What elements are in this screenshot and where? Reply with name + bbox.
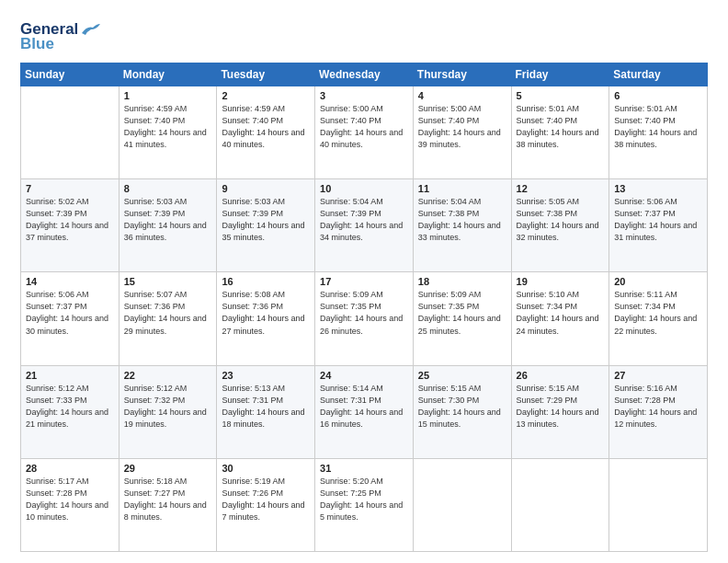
day-number: 28 (26, 463, 114, 474)
cell-info: Sunrise: 5:09 AMSunset: 7:35 PMDaylight:… (320, 289, 408, 337)
cell-info: Sunrise: 5:13 AMSunset: 7:31 PMDaylight:… (222, 383, 310, 431)
calendar-cell: 12Sunrise: 5:05 AMSunset: 7:38 PMDayligh… (511, 179, 609, 272)
calendar-cell (413, 458, 511, 551)
cell-info: Sunrise: 5:04 AMSunset: 7:38 PMDaylight:… (418, 196, 506, 244)
day-number: 11 (418, 183, 506, 194)
calendar-cell: 19Sunrise: 5:10 AMSunset: 7:34 PMDayligh… (511, 272, 609, 365)
day-number: 18 (418, 276, 506, 287)
calendar-cell: 28Sunrise: 5:17 AMSunset: 7:28 PMDayligh… (21, 458, 119, 551)
calendar-cell: 26Sunrise: 5:15 AMSunset: 7:29 PMDayligh… (511, 365, 609, 458)
cell-info: Sunrise: 4:59 AMSunset: 7:40 PMDaylight:… (222, 103, 310, 151)
cell-info: Sunrise: 5:00 AMSunset: 7:40 PMDaylight:… (418, 103, 506, 151)
cell-info: Sunrise: 5:15 AMSunset: 7:29 PMDaylight:… (517, 383, 605, 431)
cell-info: Sunrise: 5:06 AMSunset: 7:37 PMDaylight:… (26, 289, 114, 337)
cell-info: Sunrise: 5:01 AMSunset: 7:40 PMDaylight:… (517, 103, 605, 151)
day-number: 2 (222, 90, 310, 101)
day-number: 20 (614, 276, 702, 287)
calendar-cell: 4Sunrise: 5:00 AMSunset: 7:40 PMDaylight… (413, 86, 511, 179)
calendar-week-1: 1Sunrise: 4:59 AMSunset: 7:40 PMDaylight… (21, 86, 708, 179)
day-number: 12 (517, 183, 605, 194)
calendar-cell: 14Sunrise: 5:06 AMSunset: 7:37 PMDayligh… (21, 272, 119, 365)
calendar-week-2: 7Sunrise: 5:02 AMSunset: 7:39 PMDaylight… (21, 179, 708, 272)
day-number: 23 (222, 370, 310, 381)
calendar-week-3: 14Sunrise: 5:06 AMSunset: 7:37 PMDayligh… (21, 272, 708, 365)
cell-info: Sunrise: 5:08 AMSunset: 7:36 PMDaylight:… (222, 289, 310, 337)
cell-info: Sunrise: 5:04 AMSunset: 7:39 PMDaylight:… (320, 196, 408, 244)
cell-info: Sunrise: 5:20 AMSunset: 7:25 PMDaylight:… (320, 476, 408, 523)
calendar-cell: 5Sunrise: 5:01 AMSunset: 7:40 PMDaylight… (511, 86, 609, 179)
calendar-body: 1Sunrise: 4:59 AMSunset: 7:40 PMDaylight… (21, 86, 708, 552)
day-number: 13 (614, 183, 702, 194)
calendar-week-4: 21Sunrise: 5:12 AMSunset: 7:33 PMDayligh… (21, 365, 708, 458)
calendar-cell (609, 458, 708, 551)
calendar-cell (511, 458, 609, 551)
cell-info: Sunrise: 5:10 AMSunset: 7:34 PMDaylight:… (517, 289, 605, 337)
calendar-cell: 3Sunrise: 5:00 AMSunset: 7:40 PMDaylight… (315, 86, 414, 179)
calendar-cell: 29Sunrise: 5:18 AMSunset: 7:27 PMDayligh… (119, 458, 217, 551)
cell-info: Sunrise: 5:12 AMSunset: 7:33 PMDaylight:… (26, 383, 114, 431)
calendar-cell (21, 86, 119, 179)
day-number: 31 (320, 463, 408, 474)
calendar-cell: 18Sunrise: 5:09 AMSunset: 7:35 PMDayligh… (413, 272, 511, 365)
calendar-header-row: SundayMondayTuesdayWednesdayThursdayFrid… (21, 63, 708, 86)
calendar-cell: 6Sunrise: 5:01 AMSunset: 7:40 PMDaylight… (609, 86, 708, 179)
cell-info: Sunrise: 5:17 AMSunset: 7:28 PMDaylight:… (26, 476, 114, 523)
cell-info: Sunrise: 5:03 AMSunset: 7:39 PMDaylight:… (222, 196, 310, 244)
calendar-cell: 27Sunrise: 5:16 AMSunset: 7:28 PMDayligh… (609, 365, 708, 458)
calendar-cell: 23Sunrise: 5:13 AMSunset: 7:31 PMDayligh… (217, 365, 315, 458)
calendar-cell: 13Sunrise: 5:06 AMSunset: 7:37 PMDayligh… (609, 179, 708, 272)
day-number: 10 (320, 183, 408, 194)
cell-info: Sunrise: 5:01 AMSunset: 7:40 PMDaylight:… (614, 103, 702, 151)
calendar-cell: 25Sunrise: 5:15 AMSunset: 7:30 PMDayligh… (413, 365, 511, 458)
calendar-cell: 11Sunrise: 5:04 AMSunset: 7:38 PMDayligh… (413, 179, 511, 272)
cell-info: Sunrise: 5:15 AMSunset: 7:30 PMDaylight:… (418, 383, 506, 431)
weekday-header-monday: Monday (119, 63, 217, 86)
calendar-cell: 15Sunrise: 5:07 AMSunset: 7:36 PMDayligh… (119, 272, 217, 365)
day-number: 27 (614, 370, 702, 381)
calendar-page: General Blue SundayMondayTuesdayWednesda… (0, 0, 728, 563)
weekday-header-thursday: Thursday (413, 63, 511, 86)
day-number: 30 (222, 463, 310, 474)
day-number: 16 (222, 276, 310, 287)
day-number: 3 (320, 90, 408, 101)
day-number: 14 (26, 276, 114, 287)
weekday-header-saturday: Saturday (609, 63, 708, 86)
cell-info: Sunrise: 5:18 AMSunset: 7:27 PMDaylight:… (124, 476, 212, 523)
day-number: 22 (124, 370, 212, 381)
cell-info: Sunrise: 5:02 AMSunset: 7:39 PMDaylight:… (26, 196, 114, 244)
calendar-cell: 10Sunrise: 5:04 AMSunset: 7:39 PMDayligh… (315, 179, 414, 272)
logo-blue: Blue (20, 35, 54, 53)
day-number: 24 (320, 370, 408, 381)
calendar-cell: 30Sunrise: 5:19 AMSunset: 7:26 PMDayligh… (217, 458, 315, 551)
logo: General Blue (20, 20, 100, 53)
day-number: 9 (222, 183, 310, 194)
cell-info: Sunrise: 5:07 AMSunset: 7:36 PMDaylight:… (124, 289, 212, 337)
calendar-cell: 7Sunrise: 5:02 AMSunset: 7:39 PMDaylight… (21, 179, 119, 272)
calendar-cell: 16Sunrise: 5:08 AMSunset: 7:36 PMDayligh… (217, 272, 315, 365)
day-number: 4 (418, 90, 506, 101)
day-number: 6 (614, 90, 702, 101)
cell-info: Sunrise: 5:12 AMSunset: 7:32 PMDaylight:… (124, 383, 212, 431)
calendar-cell: 17Sunrise: 5:09 AMSunset: 7:35 PMDayligh… (315, 272, 414, 365)
cell-info: Sunrise: 5:00 AMSunset: 7:40 PMDaylight:… (320, 103, 408, 151)
calendar-cell: 9Sunrise: 5:03 AMSunset: 7:39 PMDaylight… (217, 179, 315, 272)
day-number: 1 (124, 90, 212, 101)
cell-info: Sunrise: 5:16 AMSunset: 7:28 PMDaylight:… (614, 383, 702, 431)
day-number: 21 (26, 370, 114, 381)
weekday-header-sunday: Sunday (21, 63, 119, 86)
weekday-header-tuesday: Tuesday (217, 63, 315, 86)
logo-bird-icon (80, 22, 100, 37)
day-number: 17 (320, 276, 408, 287)
cell-info: Sunrise: 5:06 AMSunset: 7:37 PMDaylight:… (614, 196, 702, 244)
calendar-cell: 22Sunrise: 5:12 AMSunset: 7:32 PMDayligh… (119, 365, 217, 458)
day-number: 7 (26, 183, 114, 194)
cell-info: Sunrise: 5:09 AMSunset: 7:35 PMDaylight:… (418, 289, 506, 337)
day-number: 15 (124, 276, 212, 287)
calendar-week-5: 28Sunrise: 5:17 AMSunset: 7:28 PMDayligh… (21, 458, 708, 551)
day-number: 25 (418, 370, 506, 381)
calendar-cell: 31Sunrise: 5:20 AMSunset: 7:25 PMDayligh… (315, 458, 414, 551)
day-number: 5 (517, 90, 605, 101)
cell-info: Sunrise: 5:05 AMSunset: 7:38 PMDaylight:… (517, 196, 605, 244)
cell-info: Sunrise: 5:11 AMSunset: 7:34 PMDaylight:… (614, 289, 702, 337)
day-number: 29 (124, 463, 212, 474)
